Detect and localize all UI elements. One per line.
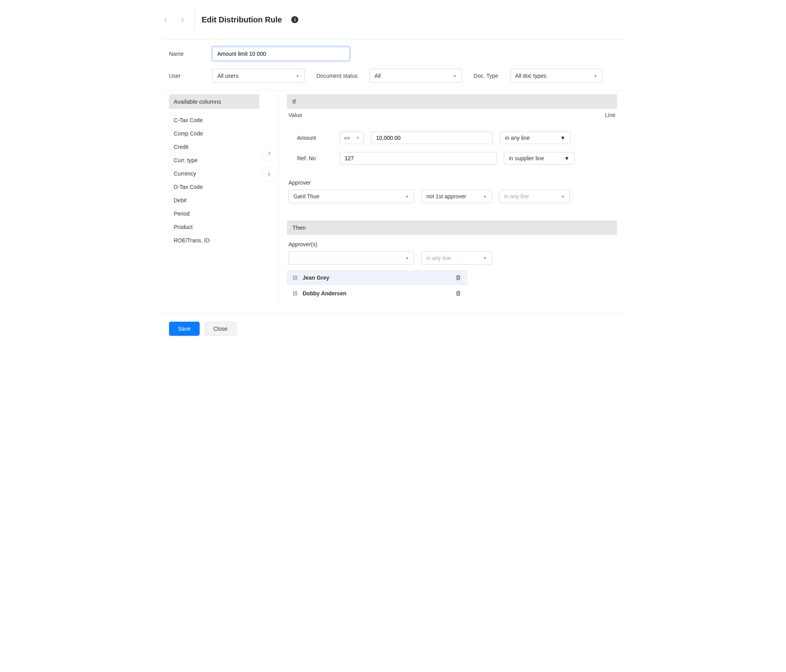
line-scope-select[interactable]: in any line ▼ bbox=[500, 132, 571, 144]
sidebar-item[interactable]: Comp Code bbox=[169, 127, 259, 140]
sidebar: Available columns C-Tax CodeComp CodeCre… bbox=[169, 94, 259, 302]
then-line-value: in any line bbox=[426, 255, 451, 261]
footer: Save Close bbox=[161, 313, 625, 344]
line-scope-value: in any line bbox=[505, 135, 530, 141]
chevron-down-icon: ▼ bbox=[296, 74, 299, 78]
user-select-value: All users bbox=[217, 73, 239, 79]
condition-value-input[interactable] bbox=[371, 132, 493, 144]
value-column-label: Value bbox=[288, 112, 302, 118]
save-button[interactable]: Save bbox=[169, 322, 200, 336]
user-label: User bbox=[169, 73, 200, 79]
drag-handle-icon[interactable] bbox=[293, 291, 297, 296]
chevron-down-icon: ▼ bbox=[483, 194, 487, 199]
sidebar-item[interactable]: D-Tax Code bbox=[169, 180, 259, 194]
doc-status-select[interactable]: All ▼ bbox=[369, 69, 462, 83]
doc-status-value: All bbox=[375, 73, 381, 79]
info-icon[interactable]: i bbox=[291, 16, 298, 23]
page-header: Edit Distribution Rule i bbox=[161, 0, 625, 39]
operator-select[interactable]: => ▼ bbox=[340, 132, 364, 144]
condition-row-refno: Ref. No in supplier line ▼ bbox=[287, 150, 617, 167]
sidebar-item[interactable]: ROE/Trans. ID bbox=[169, 234, 259, 247]
move-left-button[interactable] bbox=[261, 167, 277, 182]
sidebar-header: Available columns bbox=[169, 94, 259, 109]
line-scope-value: in supplier line bbox=[509, 155, 544, 161]
forward-arrow-icon[interactable] bbox=[178, 15, 187, 24]
approver-line-value: in any line bbox=[504, 193, 529, 200]
condition-label: Ref. No bbox=[297, 155, 332, 161]
approver-item[interactable]: Dobby Andersen bbox=[287, 286, 468, 301]
approvers-label: Approver(s) bbox=[287, 238, 617, 251]
chevron-down-icon: ▼ bbox=[483, 256, 487, 260]
divider bbox=[161, 90, 625, 90]
back-arrow-icon[interactable] bbox=[161, 15, 171, 24]
approver-label: Approver bbox=[287, 170, 617, 190]
chevron-down-icon: ▼ bbox=[453, 74, 457, 78]
page-title: Edit Distribution Rule bbox=[202, 15, 282, 24]
sidebar-item[interactable]: Debit bbox=[169, 194, 259, 207]
approver-line-select[interactable]: in any line ▼ bbox=[499, 190, 570, 203]
sidebar-item[interactable]: Period bbox=[169, 207, 259, 220]
condition-row-amount: Amount => ▼ in any line ▼ bbox=[287, 129, 617, 146]
move-right-button[interactable] bbox=[261, 145, 277, 161]
sidebar-item[interactable]: Curr. type bbox=[169, 154, 259, 167]
name-label: Name bbox=[169, 51, 200, 57]
approver-role-select[interactable]: not 1st approver ▼ bbox=[421, 190, 492, 203]
chevron-down-icon: ▼ bbox=[564, 155, 569, 161]
sidebar-item[interactable]: Product bbox=[169, 220, 259, 234]
chevron-down-icon: ▼ bbox=[405, 194, 409, 199]
sidebar-item[interactable]: Currency bbox=[169, 167, 259, 180]
chevron-down-icon: ▼ bbox=[356, 136, 360, 140]
name-input[interactable] bbox=[212, 47, 350, 61]
doc-type-select[interactable]: All doc types ▼ bbox=[510, 69, 602, 83]
approver-name: Jean Grey bbox=[303, 275, 329, 281]
drag-handle-icon[interactable] bbox=[293, 275, 297, 280]
doc-status-label: Document status bbox=[316, 73, 358, 79]
chevron-down-icon: ▼ bbox=[561, 194, 565, 199]
chevron-down-icon: ▼ bbox=[593, 74, 597, 78]
sidebar-item[interactable]: C-Tax Code bbox=[169, 114, 259, 127]
then-approver-select[interactable]: ▼ bbox=[288, 251, 414, 265]
header-divider bbox=[194, 8, 195, 31]
trash-icon[interactable] bbox=[455, 290, 461, 297]
chevron-down-icon: ▼ bbox=[560, 135, 566, 141]
trash-icon[interactable] bbox=[455, 274, 461, 281]
condition-value-input[interactable] bbox=[340, 152, 497, 165]
doc-type-value: All doc types bbox=[515, 73, 546, 79]
approver-name: Dobby Andersen bbox=[303, 290, 347, 297]
sidebar-item[interactable]: Credit bbox=[169, 140, 259, 154]
approver-select[interactable]: Gøril Thue ▼ bbox=[288, 190, 414, 203]
line-column-label: Line bbox=[605, 112, 615, 118]
then-section-title: Then bbox=[287, 220, 617, 235]
close-button[interactable]: Close bbox=[204, 322, 237, 336]
if-section-title: If bbox=[287, 94, 617, 109]
user-select[interactable]: All users ▼ bbox=[212, 69, 305, 83]
approver-role-value: not 1st approver bbox=[426, 193, 466, 200]
operator-value: => bbox=[344, 135, 350, 141]
doc-type-label: Doc. Type bbox=[474, 73, 498, 79]
chevron-down-icon: ▼ bbox=[405, 256, 409, 260]
then-line-select[interactable]: in any line ▼ bbox=[421, 251, 492, 265]
approver-item[interactable]: Jean Grey bbox=[287, 270, 468, 285]
approver-value: Gøril Thue bbox=[294, 193, 320, 200]
line-scope-select[interactable]: in supplier line ▼ bbox=[504, 152, 575, 165]
condition-label: Amount bbox=[297, 135, 332, 141]
